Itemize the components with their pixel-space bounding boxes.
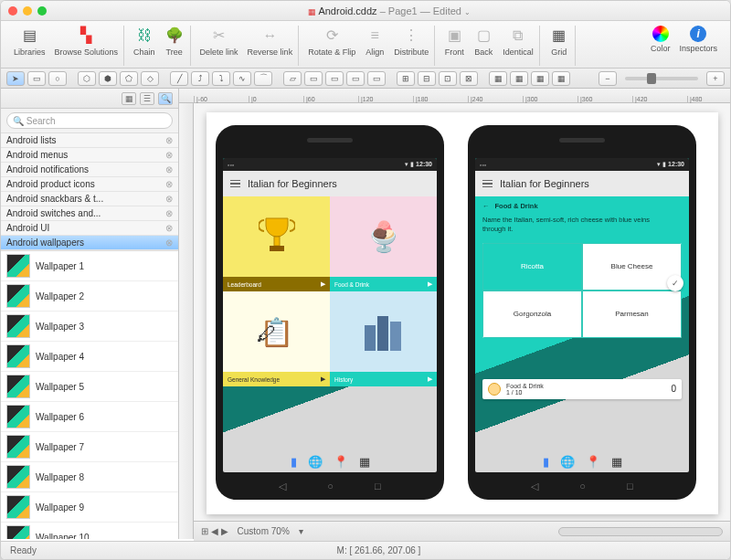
close-window-button[interactable] [8, 6, 17, 16]
close-category-icon[interactable]: ⊗ [165, 135, 173, 145]
inspectors-button[interactable]: iInspectors [679, 26, 717, 53]
library-item[interactable]: Wallpaper 1 [1, 251, 178, 281]
rotate-flip-button[interactable]: ⟳Rotate & Flip [308, 26, 355, 57]
tool-btn[interactable]: ○ [48, 71, 67, 86]
tool-btn[interactable]: ⌒ [254, 71, 272, 86]
minimize-window-button[interactable] [23, 6, 32, 16]
chain-button[interactable]: ⛓Chain [133, 26, 155, 57]
align-button[interactable]: ≡Align [365, 26, 385, 57]
tool-btn[interactable]: ⬡ [78, 71, 96, 86]
browse-solutions-button[interactable]: ▚Browse Solutions [55, 26, 119, 57]
color-button[interactable]: Color [651, 26, 671, 53]
play-icon: ▶ [428, 280, 432, 288]
category-item[interactable]: Android menus⊗ [1, 148, 178, 163]
category-item[interactable]: Android product icons⊗ [1, 177, 178, 192]
tool-btn[interactable]: ∿ [233, 71, 251, 86]
svg-rect-0 [274, 237, 280, 246]
ruler-vertical [179, 103, 194, 539]
page-nav[interactable]: ⊞ ◀ ▶ [201, 526, 228, 536]
tool-btn[interactable]: ▭ [325, 71, 344, 86]
sidebar-grid-view-icon[interactable]: ▦ [122, 92, 136, 105]
reverse-link-button[interactable]: ↔Reverse link [248, 26, 293, 57]
close-category-icon[interactable]: ⊗ [165, 150, 173, 160]
library-item[interactable]: Wallpaper 4 [1, 342, 178, 372]
phone-mockup-1[interactable]: ◦◦◦▾ ▮ 12:30 Italian for Beginners [216, 125, 444, 500]
tool-btn[interactable]: ▦ [531, 71, 549, 86]
tool-btn[interactable]: ▦ [510, 71, 528, 86]
ruler-horizontal: |-60|0|60|120|180|240|300|360|420|480 [179, 89, 730, 103]
tool-btn[interactable]: ⤴ [191, 71, 209, 86]
close-category-icon[interactable]: ⊗ [165, 194, 173, 204]
tool-btn[interactable]: ⬢ [99, 71, 117, 86]
tool-btn[interactable]: ╱ [170, 71, 188, 86]
tool-btn[interactable]: ▭ [367, 71, 386, 86]
category-item[interactable]: Android UI⊗ [1, 221, 178, 236]
tool-btn[interactable]: ▭ [27, 71, 46, 86]
svg-rect-2 [365, 325, 376, 351]
tool-btn[interactable]: ⊡ [439, 71, 457, 86]
pointer-tool[interactable]: ➤ [6, 71, 25, 86]
tool-btn[interactable]: ⊟ [418, 71, 436, 86]
wallpaper-thumb [6, 284, 30, 308]
zoom-in-button[interactable]: + [706, 71, 725, 86]
canvas[interactable]: ◦◦◦▾ ▮ 12:30 Italian for Beginners [194, 103, 730, 539]
library-item[interactable]: Wallpaper 3 [1, 312, 178, 342]
tool-btn[interactable]: ▭ [304, 71, 323, 86]
svg-rect-3 [377, 316, 388, 351]
wallpaper-thumb [6, 405, 30, 428]
library-item[interactable]: Wallpaper 9 [1, 492, 178, 523]
close-category-icon[interactable]: ⊗ [165, 179, 173, 189]
category-item[interactable]: Android notifications⊗ [1, 163, 178, 177]
maps-icon: 📍 [334, 455, 348, 469]
tool-btn[interactable]: ◇ [141, 71, 159, 86]
phone-dock: ▮ 🌐 📍 ▦ [223, 450, 437, 472]
delete-link-button[interactable]: ✂Delete link [200, 26, 238, 57]
library-item[interactable]: Wallpaper 2 [1, 281, 178, 312]
library-item[interactable]: Wallpaper 10 [1, 523, 178, 539]
tool-btn[interactable]: ▱ [283, 71, 302, 86]
grid-icon: ▦ [549, 26, 569, 46]
tool-btn[interactable]: ⤵ [212, 71, 230, 86]
category-item[interactable]: Android wallpapers⊗ [1, 236, 178, 250]
close-category-icon[interactable]: ⊗ [165, 208, 173, 218]
library-item[interactable]: Wallpaper 5 [1, 372, 178, 402]
tool-btn[interactable]: ▦ [489, 71, 507, 86]
zoom-out-button[interactable]: − [599, 71, 617, 86]
close-category-icon[interactable]: ⊗ [165, 223, 173, 233]
library-item[interactable]: Wallpaper 8 [1, 462, 178, 492]
category-item[interactable]: Android snackbars & t...⊗ [1, 192, 178, 206]
category-item[interactable]: Android lists⊗ [1, 133, 178, 148]
back-button[interactable]: ▢Back [473, 26, 493, 57]
phone-mockup-2[interactable]: ◦◦◦▾ ▮ 12:30 Italian for Beginners ← Foo… [468, 125, 696, 500]
grid-button[interactable]: ▦Grid [549, 26, 569, 57]
category-item[interactable]: Android switches and...⊗ [1, 206, 178, 221]
tool-btn[interactable]: ⊞ [397, 71, 415, 86]
tool-btn[interactable]: ▦ [552, 71, 570, 86]
close-category-icon[interactable]: ⊗ [165, 238, 173, 248]
card-general: 📋🖊 General Knowledge▶ [223, 291, 330, 386]
libraries-button[interactable]: ▤Libraries [14, 26, 46, 57]
search-input[interactable]: 🔍 Search [6, 112, 173, 129]
tree-button[interactable]: 🌳Tree [164, 26, 185, 57]
tool-btn[interactable]: ⬠ [120, 71, 138, 86]
library-item[interactable]: Wallpaper 7 [1, 432, 178, 462]
tool-btn[interactable]: ⊠ [460, 71, 478, 86]
chrome-icon: 🌐 [560, 455, 575, 469]
zoom-label[interactable]: Custom 70% [238, 526, 290, 536]
sidebar-list-view-icon[interactable]: ☰ [140, 92, 154, 105]
library-item[interactable]: Wallpaper 6 [1, 402, 178, 432]
zoom-slider[interactable] [625, 77, 698, 80]
front-button[interactable]: ▣Front [444, 26, 464, 57]
inspectors-icon: i [690, 26, 706, 42]
nav-buttons: ◁○□ [468, 481, 696, 492]
score-bar: Food & Drink 1 / 10 0 [482, 379, 682, 399]
tool-btn[interactable]: ▭ [346, 71, 365, 86]
zoom-window-button[interactable] [37, 6, 47, 16]
svg-rect-1 [270, 246, 284, 251]
close-category-icon[interactable]: ⊗ [165, 164, 173, 174]
wallpaper-thumb [6, 495, 30, 519]
identical-button[interactable]: ⧉Identical [503, 26, 534, 57]
h-scrollbar[interactable] [558, 527, 723, 536]
distribute-button[interactable]: ⋮Distribute [394, 26, 429, 57]
sidebar-search-icon[interactable]: 🔍 [158, 92, 173, 105]
